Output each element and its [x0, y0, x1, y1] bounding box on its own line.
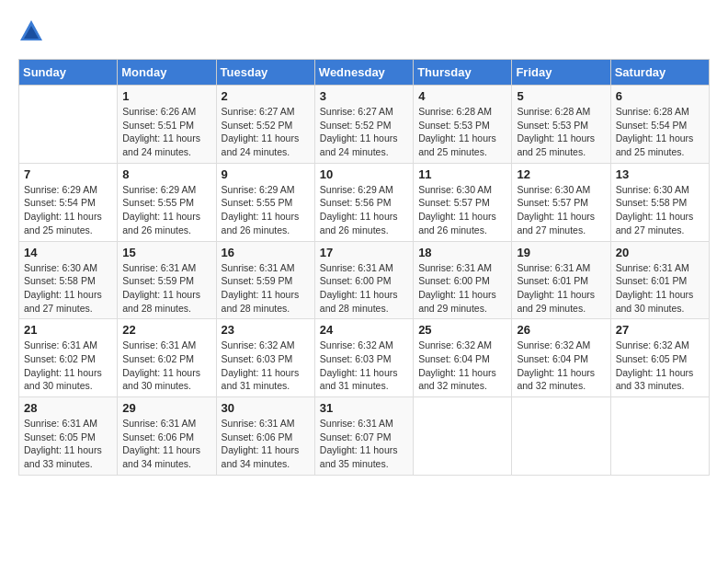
calendar-cell: 29Sunrise: 6:31 AM Sunset: 6:06 PM Dayli…	[118, 397, 216, 476]
day-info: Sunrise: 6:32 AM Sunset: 6:04 PM Dayligh…	[517, 339, 605, 393]
calendar-cell: 10Sunrise: 6:29 AM Sunset: 5:56 PM Dayli…	[314, 163, 413, 241]
calendar-cell: 21Sunrise: 6:31 AM Sunset: 6:02 PM Dayli…	[19, 319, 118, 397]
calendar-cell: 18Sunrise: 6:31 AM Sunset: 6:00 PM Dayli…	[414, 241, 512, 319]
calendar-cell	[19, 86, 118, 164]
header-day: Thursday	[414, 60, 512, 86]
day-number: 21	[24, 323, 112, 337]
day-info: Sunrise: 6:31 AM Sunset: 5:59 PM Dayligh…	[222, 261, 310, 316]
day-number: 9	[222, 167, 310, 181]
day-number: 28	[24, 401, 112, 415]
calendar-week: 7Sunrise: 6:29 AM Sunset: 5:54 PM Daylig…	[19, 163, 710, 241]
calendar-cell: 16Sunrise: 6:31 AM Sunset: 5:59 PM Dayli…	[216, 241, 314, 319]
day-info: Sunrise: 6:30 AM Sunset: 5:58 PM Dayligh…	[616, 183, 704, 237]
day-info: Sunrise: 6:26 AM Sunset: 5:51 PM Dayligh…	[122, 105, 210, 159]
calendar-cell: 27Sunrise: 6:32 AM Sunset: 6:05 PM Dayli…	[610, 319, 709, 397]
day-info: Sunrise: 6:27 AM Sunset: 5:52 PM Dayligh…	[222, 105, 310, 159]
day-info: Sunrise: 6:31 AM Sunset: 6:02 PM Dayligh…	[24, 339, 112, 393]
day-number: 24	[320, 323, 408, 337]
calendar-cell: 15Sunrise: 6:31 AM Sunset: 5:59 PM Dayli…	[118, 241, 216, 319]
calendar-week: 21Sunrise: 6:31 AM Sunset: 6:02 PM Dayli…	[19, 319, 710, 397]
day-number: 30	[222, 401, 310, 415]
calendar-cell: 20Sunrise: 6:31 AM Sunset: 6:01 PM Dayli…	[610, 241, 709, 319]
calendar-cell: 25Sunrise: 6:32 AM Sunset: 6:04 PM Dayli…	[414, 319, 512, 397]
day-number: 23	[222, 323, 310, 337]
day-number: 19	[517, 246, 605, 259]
calendar-cell: 1Sunrise: 6:26 AM Sunset: 5:51 PM Daylig…	[118, 86, 216, 164]
day-info: Sunrise: 6:30 AM Sunset: 5:57 PM Dayligh…	[517, 183, 605, 237]
day-info: Sunrise: 6:28 AM Sunset: 5:53 PM Dayligh…	[517, 105, 605, 159]
calendar-cell: 13Sunrise: 6:30 AM Sunset: 5:58 PM Dayli…	[610, 163, 709, 241]
day-info: Sunrise: 6:32 AM Sunset: 6:04 PM Dayligh…	[418, 339, 506, 393]
header-day: Sunday	[19, 60, 118, 86]
header-day: Wednesday	[314, 60, 413, 86]
day-number: 14	[24, 246, 112, 259]
day-info: Sunrise: 6:31 AM Sunset: 6:07 PM Dayligh…	[320, 417, 408, 471]
day-info: Sunrise: 6:29 AM Sunset: 5:55 PM Dayligh…	[122, 183, 210, 237]
header-row: SundayMondayTuesdayWednesdayThursdayFrid…	[19, 60, 710, 86]
day-info: Sunrise: 6:31 AM Sunset: 6:01 PM Dayligh…	[517, 261, 605, 316]
day-number: 27	[616, 323, 704, 337]
calendar-cell: 2Sunrise: 6:27 AM Sunset: 5:52 PM Daylig…	[216, 86, 314, 164]
calendar-cell: 11Sunrise: 6:30 AM Sunset: 5:57 PM Dayli…	[414, 163, 512, 241]
day-number: 15	[122, 246, 210, 259]
day-number: 10	[320, 167, 408, 181]
day-number: 5	[517, 89, 605, 103]
calendar-body: 1Sunrise: 6:26 AM Sunset: 5:51 PM Daylig…	[19, 86, 710, 476]
calendar-cell: 4Sunrise: 6:28 AM Sunset: 5:53 PM Daylig…	[414, 86, 512, 164]
day-number: 18	[418, 246, 506, 259]
calendar-week: 14Sunrise: 6:30 AM Sunset: 5:58 PM Dayli…	[19, 241, 710, 319]
calendar-cell: 23Sunrise: 6:32 AM Sunset: 6:03 PM Dayli…	[216, 319, 314, 397]
day-number: 7	[24, 167, 112, 181]
day-number: 25	[418, 323, 506, 337]
day-number: 4	[418, 89, 506, 103]
logo-icon	[18, 18, 44, 44]
header-day: Monday	[118, 60, 216, 86]
day-number: 3	[320, 89, 408, 103]
day-info: Sunrise: 6:32 AM Sunset: 6:03 PM Dayligh…	[222, 339, 310, 393]
day-number: 26	[517, 323, 605, 337]
day-info: Sunrise: 6:32 AM Sunset: 6:03 PM Dayligh…	[320, 339, 408, 393]
header-day: Tuesday	[216, 60, 314, 86]
calendar: SundayMondayTuesdayWednesdayThursdayFrid…	[18, 59, 710, 476]
calendar-cell: 30Sunrise: 6:31 AM Sunset: 6:06 PM Dayli…	[216, 397, 314, 476]
day-info: Sunrise: 6:31 AM Sunset: 6:06 PM Dayligh…	[222, 417, 310, 471]
day-number: 16	[222, 246, 310, 259]
day-number: 29	[122, 401, 210, 415]
day-info: Sunrise: 6:31 AM Sunset: 6:06 PM Dayligh…	[122, 417, 210, 471]
header	[18, 18, 710, 44]
day-info: Sunrise: 6:29 AM Sunset: 5:54 PM Dayligh…	[24, 183, 112, 237]
calendar-cell: 14Sunrise: 6:30 AM Sunset: 5:58 PM Dayli…	[19, 241, 118, 319]
day-info: Sunrise: 6:31 AM Sunset: 6:02 PM Dayligh…	[122, 339, 210, 393]
day-info: Sunrise: 6:30 AM Sunset: 5:57 PM Dayligh…	[418, 183, 506, 237]
calendar-cell: 19Sunrise: 6:31 AM Sunset: 6:01 PM Dayli…	[512, 241, 610, 319]
day-number: 31	[320, 401, 408, 415]
calendar-week: 1Sunrise: 6:26 AM Sunset: 5:51 PM Daylig…	[19, 86, 710, 164]
calendar-cell: 26Sunrise: 6:32 AM Sunset: 6:04 PM Dayli…	[512, 319, 610, 397]
calendar-cell: 31Sunrise: 6:31 AM Sunset: 6:07 PM Dayli…	[314, 397, 413, 476]
day-info: Sunrise: 6:29 AM Sunset: 5:55 PM Dayligh…	[222, 183, 310, 237]
day-info: Sunrise: 6:31 AM Sunset: 6:01 PM Dayligh…	[616, 261, 704, 316]
calendar-cell: 6Sunrise: 6:28 AM Sunset: 5:54 PM Daylig…	[610, 86, 709, 164]
day-info: Sunrise: 6:31 AM Sunset: 6:00 PM Dayligh…	[418, 261, 506, 316]
day-number: 8	[122, 167, 210, 181]
calendar-cell: 28Sunrise: 6:31 AM Sunset: 6:05 PM Dayli…	[19, 397, 118, 476]
day-info: Sunrise: 6:30 AM Sunset: 5:58 PM Dayligh…	[24, 261, 112, 316]
day-info: Sunrise: 6:31 AM Sunset: 5:59 PM Dayligh…	[122, 261, 210, 316]
day-number: 2	[222, 89, 310, 103]
day-info: Sunrise: 6:32 AM Sunset: 6:05 PM Dayligh…	[616, 339, 704, 393]
calendar-week: 28Sunrise: 6:31 AM Sunset: 6:05 PM Dayli…	[19, 397, 710, 476]
day-number: 6	[616, 89, 704, 103]
header-day: Saturday	[610, 60, 709, 86]
day-info: Sunrise: 6:28 AM Sunset: 5:53 PM Dayligh…	[418, 105, 506, 159]
day-number: 17	[320, 246, 408, 259]
day-info: Sunrise: 6:31 AM Sunset: 6:05 PM Dayligh…	[24, 417, 112, 471]
calendar-cell: 9Sunrise: 6:29 AM Sunset: 5:55 PM Daylig…	[216, 163, 314, 241]
day-number: 1	[122, 89, 210, 103]
calendar-cell: 3Sunrise: 6:27 AM Sunset: 5:52 PM Daylig…	[314, 86, 413, 164]
calendar-header: SundayMondayTuesdayWednesdayThursdayFrid…	[19, 60, 710, 86]
calendar-cell: 24Sunrise: 6:32 AM Sunset: 6:03 PM Dayli…	[314, 319, 413, 397]
calendar-cell: 8Sunrise: 6:29 AM Sunset: 5:55 PM Daylig…	[118, 163, 216, 241]
calendar-cell: 12Sunrise: 6:30 AM Sunset: 5:57 PM Dayli…	[512, 163, 610, 241]
day-info: Sunrise: 6:29 AM Sunset: 5:56 PM Dayligh…	[320, 183, 408, 237]
header-day: Friday	[512, 60, 610, 86]
